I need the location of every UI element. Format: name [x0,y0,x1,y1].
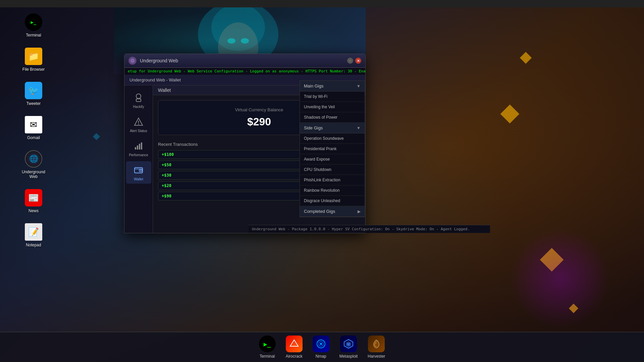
desktop-icon-underground-web[interactable]: 🌐 Underground Web [20,150,47,179]
taskbar-app-airocrack[interactable]: Airocrack [286,336,303,359]
underground-web-icon: 🌐 [25,150,42,168]
side-gigs-label: Side Gigs [304,125,323,130]
file-browser-icon: 📁 [25,48,42,65]
alert-status-label: Alert Status [130,129,147,133]
main-gigs-expand-icon: ▼ [357,84,361,88]
side-gigs-expand-icon: ▼ [357,126,361,130]
gigs-panel: Main Gigs ▼ Trial by Wi-Fi Unveiling the… [300,80,365,217]
svg-rect-11 [137,145,138,149]
sidebar-item-hackify[interactable]: Hackify [126,89,151,111]
svg-point-5 [136,94,141,99]
app-sidebar: Hackify Alert Status [124,85,153,233]
minimize-button[interactable]: − [347,58,353,64]
sidebar-item-performance[interactable]: Performance [126,137,151,160]
status-bar: Underground Web - Package 1.0.0.0 - Hype… [249,225,490,233]
tx-amount: +$100 [162,152,185,157]
taskbar-nmap-icon [313,336,329,352]
svg-rect-10 [135,147,136,149]
desktop-icon-tweeter[interactable]: 🐦 Tweeter [20,82,47,106]
taskbar-nmap-label: Nmap [316,354,326,359]
taskbar-airocrack-icon [286,336,303,352]
svg-point-9 [138,124,139,125]
tx-amount: +$50 [162,163,185,167]
taskbar-harvester-icon [368,336,385,352]
svg-rect-12 [139,144,140,149]
svg-rect-14 [135,168,143,173]
taskbar-app-nmap[interactable]: Nmap [313,336,329,359]
performance-label: Performance [129,153,148,157]
main-gigs-header[interactable]: Main Gigs ▼ [300,81,365,92]
gig-item-phishlink-extraction[interactable]: PhishLink Extraction [300,175,365,185]
gig-item-shadows-of-power[interactable]: Shadows of Power [300,112,365,123]
news-icon: 📰 [25,189,42,206]
desktop-icon-news[interactable]: 📰 News [20,189,47,213]
notepad-icon-label: Notepad [26,243,41,247]
tx-amount: +$90 [162,194,185,198]
gig-item-trial-by-wifi[interactable]: Trial by Wi-Fi [300,92,365,102]
top-taskbar [0,0,644,7]
gig-item-award-expose[interactable]: Award Expose [300,154,365,165]
address-bar: etup for Underground Web - Web Service C… [124,68,365,75]
tx-amount: +$30 [162,173,185,178]
taskbar-terminal-icon: ▶_ [259,336,276,352]
underground-web-icon-label: Underground Web [20,170,47,179]
svg-text:M: M [347,343,350,346]
taskbar-app-metasploit[interactable]: M Metasploit [339,336,358,359]
taskbar-terminal-label: Terminal [260,354,275,359]
taskbar-bottom: ▶_ Terminal Airocrack Nmap [0,332,644,362]
desktop-icons-container: ▶_ Terminal 📁 File Browser 🐦 Tweeter ✉ G… [20,13,47,247]
tweeter-icon: 🐦 [25,82,42,99]
wallet-label: Wallet [134,177,143,181]
close-button[interactable]: ✕ [355,58,361,64]
svg-point-16 [140,170,141,171]
terminal-icon: ▶_ [25,13,42,31]
window-controls: − ✕ [347,58,361,64]
terminal-icon-label: Terminal [26,33,41,38]
file-browser-icon-label: File Browser [22,67,45,72]
hackify-label: Hackify [133,105,144,109]
sidebar-item-wallet[interactable]: Wallet [126,161,151,184]
hackify-icon [132,92,145,104]
performance-icon [132,140,145,152]
svg-point-3 [227,38,235,44]
window-app-icon: ⬡ [128,57,137,65]
completed-gigs-label: Completed Gigs [304,209,335,214]
taskbar-metasploit-label: Metasploit [339,354,358,359]
gig-item-unveiling-the-veil[interactable]: Unveiling the Veil [300,102,365,112]
desktop-icon-notepad[interactable]: 📝 Notepad [20,223,47,247]
taskbar-metasploit-icon: M [340,336,357,352]
svg-rect-6 [136,99,141,102]
taskbar-airocrack-label: Airocrack [286,354,303,359]
news-icon-label: News [29,208,39,213]
gig-item-presidential-prank[interactable]: Presidential Prank [300,144,365,154]
gomail-icon: ✉ [25,116,42,133]
taskbar-app-terminal[interactable]: ▶_ Terminal [259,336,276,359]
window-titlebar: ⬡ Underground Web − ✕ [124,54,365,68]
main-gigs-label: Main Gigs [304,83,324,88]
notepad-icon: 📝 [25,223,42,241]
taskbar-app-harvester[interactable]: Harvester [368,336,385,359]
completed-gigs-expand-icon: ▶ [358,209,361,214]
completed-gigs-header[interactable]: Completed Gigs ▶ [300,206,365,217]
gomail-icon-label: Gomail [27,135,40,140]
gig-item-disgrace-unleashed[interactable]: Disgrace Unleashed [300,196,365,206]
gig-item-cpu-shutdown[interactable]: CPU Shutdown [300,165,365,175]
svg-point-4 [241,38,249,44]
sidebar-item-alert-status[interactable]: Alert Status [126,113,151,135]
main-gigs-list: Trial by Wi-Fi Unveiling the Veil Shadow… [300,92,365,123]
alert-status-icon [132,116,145,128]
desktop-icon-file-browser[interactable]: 📁 File Browser [20,48,47,72]
tx-amount: +$20 [162,183,185,188]
gig-item-operation-soundwave[interactable]: Operation Soundwave [300,133,365,144]
desktop-icon-terminal[interactable]: ▶_ Terminal [20,13,47,38]
taskbar-harvester-label: Harvester [368,354,385,359]
window-title: Underground Web [140,58,347,63]
side-gigs-list: Operation Soundwave Presidential Prank A… [300,133,365,206]
desktop-icon-gomail[interactable]: ✉ Gomail [20,116,47,140]
svg-rect-13 [141,142,142,149]
svg-point-22 [320,343,322,345]
wallet-icon [132,164,145,176]
tweeter-icon-label: Tweeter [26,101,41,106]
gig-item-rainbow-revolution[interactable]: Rainbow Revolution [300,185,365,196]
side-gigs-header[interactable]: Side Gigs ▼ [300,123,365,133]
